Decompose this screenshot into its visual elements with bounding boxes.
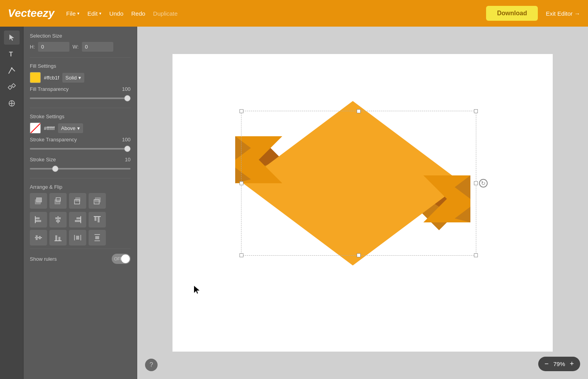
fill-transparency-label: Fill Transparency 100 [30,86,131,92]
align-right-button[interactable] [69,212,86,227]
svg-rect-11 [55,200,60,204]
height-input[interactable] [38,42,69,52]
stroke-position-select[interactable]: Above ▾ [58,123,83,133]
toggle-knob [121,254,130,263]
stroke-transparency-value: 100 [122,137,131,143]
exit-editor-button[interactable]: Exit Editor → [546,10,580,17]
stroke-settings-label: Stroke Settings [30,114,131,119]
selection-size-label: Selection Size [30,33,131,39]
distribute-v-button[interactable] [89,230,106,245]
align-center-v-button[interactable] [49,212,67,227]
svg-rect-27 [94,217,96,221]
svg-rect-25 [75,220,80,222]
download-button[interactable]: Download [486,6,538,21]
svg-rect-30 [36,235,38,240]
svg-rect-19 [36,220,41,222]
node-tool[interactable] [4,80,20,94]
align-left-button[interactable] [30,212,47,227]
svg-rect-10 [36,198,42,202]
fill-color-swatch[interactable] [30,72,41,83]
svg-rect-18 [36,217,40,219]
svg-rect-37 [76,236,79,240]
fill-transparency-value: 100 [122,86,131,92]
zoom-in-button[interactable]: + [570,360,574,368]
svg-rect-34 [58,237,60,240]
w-label: W: [73,44,79,50]
zoom-out-button[interactable]: − [544,360,549,368]
stroke-transparency-label: Stroke Transparency 100 [30,137,131,143]
stroke-size-label: Stroke Size 10 [30,157,131,162]
h-label: H: [30,44,35,50]
svg-line-1 [9,68,12,74]
bring-front-button[interactable] [30,193,47,209]
show-rulers-toggle[interactable]: OFF [112,254,131,264]
arrange-label: Arrange & Flip [30,184,131,190]
svg-rect-28 [98,217,100,222]
svg-rect-40 [95,236,99,239]
stroke-size-value: 10 [125,157,131,162]
arrange-row1 [30,193,131,209]
width-input[interactable] [82,42,113,52]
svg-rect-33 [55,235,57,240]
svg-text:T: T [9,51,13,58]
select-tool[interactable] [4,31,20,45]
edit-menu-arrow: ▾ [99,11,102,16]
duplicate-button[interactable]: Duplicate [153,10,178,17]
fill-settings-label: Fill Settings [30,63,131,69]
svg-rect-21 [55,217,61,219]
distribute-h-button[interactable] [69,230,86,245]
stroke-settings-row: #ffffff Above ▾ [30,123,131,134]
edit-menu[interactable]: Edit ▾ [87,10,102,17]
file-menu-arrow: ▾ [77,11,80,16]
fill-type-select[interactable]: Solid ▾ [62,73,84,83]
svg-point-3 [11,67,13,69]
main-layout: T Selection Size H: [0,27,588,379]
svg-rect-5 [11,84,15,88]
redo-button[interactable]: Redo [131,10,145,17]
send-back-button[interactable] [89,193,106,209]
svg-marker-52 [194,286,200,294]
undo-button[interactable]: Undo [109,10,123,17]
topbar: Vecteezy File ▾ Edit ▾ Undo Redo Duplica… [0,0,588,27]
send-backward-button[interactable] [69,193,86,209]
stroke-color-swatch[interactable] [30,123,41,134]
svg-rect-31 [39,236,41,239]
stroke-transparency-slider[interactable] [30,145,131,153]
fill-color-label: #ffcb1f [44,75,59,81]
svg-rect-4 [8,86,12,90]
selection-size-row: H: W: [30,42,131,52]
stroke-color-label: #ffffff [44,125,55,131]
canvas-background[interactable]: ↻ [172,54,553,352]
align-center-h-button[interactable] [30,230,47,245]
text-tool[interactable]: T [4,47,20,61]
pen-tool[interactable] [4,63,20,78]
zoom-controls: − 79% + [538,357,580,371]
show-rulers-row: Show rulers OFF [30,249,131,269]
show-rulers-label: Show rulers [30,256,57,262]
rotate-handle[interactable]: ↻ [479,179,488,188]
canvas-area[interactable]: ↻ − 79% + ? [137,27,588,379]
artwork [227,97,478,269]
zoom-level: 79% [553,361,565,367]
help-button[interactable]: ? [145,359,158,371]
arrange-row2 [30,212,131,245]
bring-forward-button[interactable] [49,193,67,209]
fill-transparency-slider[interactable] [30,94,131,102]
svg-rect-24 [76,217,80,219]
tool-sidebar: T [0,27,24,379]
cursor-icon [194,286,201,297]
align-bottom-button[interactable] [49,230,67,245]
file-menu[interactable]: File ▾ [66,10,80,17]
stroke-size-slider[interactable] [30,165,131,173]
properties-panel: Selection Size H: W: Fill Settings #ffcb… [24,27,137,379]
logo[interactable]: Vecteezy [8,7,54,20]
shape-tool[interactable] [4,96,20,110]
align-top-button[interactable] [89,212,106,227]
fill-settings-row: #ffcb1f Solid ▾ [30,72,131,83]
svg-rect-22 [56,220,60,222]
